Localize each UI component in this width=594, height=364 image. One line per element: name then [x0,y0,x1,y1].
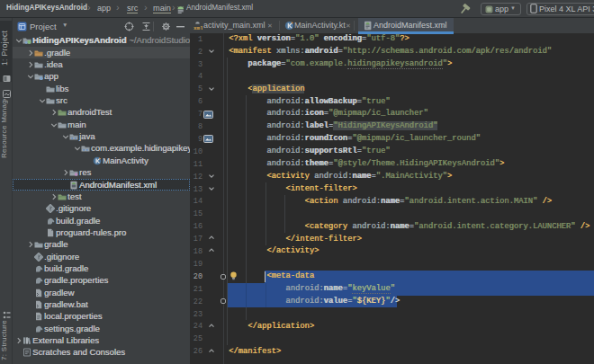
svg-text:xml: xml [194,25,202,31]
